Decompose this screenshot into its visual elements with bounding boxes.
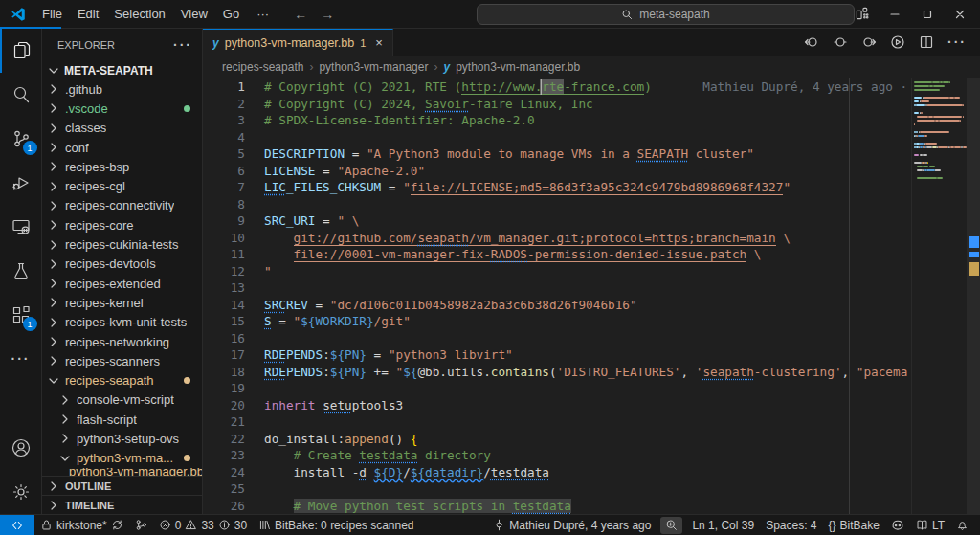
code-line-22[interactable]: 22do_install:append() {	[203, 431, 980, 448]
tree-item-python3-vm-ma[interactable]: python3-vm-ma...	[42, 449, 202, 468]
breadcrumb-python3-vm-manager-bb[interactable]: python3-vm-manager.bb	[456, 60, 580, 74]
editor-scrollbar[interactable]	[967, 78, 980, 514]
breadcrumb-python3-vm-manager[interactable]: python3-vm-manager	[319, 60, 428, 74]
code-line-26[interactable]: 26 # Move python test scripts in testdat…	[203, 498, 980, 515]
menu-more-button[interactable]: ···	[249, 4, 277, 24]
next-change-button[interactable]	[861, 34, 877, 50]
code-line-3[interactable]: 3# SPDX-License-Identifier: Apache-2.0	[203, 112, 980, 129]
nav-forward-button[interactable]: →	[321, 7, 334, 22]
code-line-9[interactable]: 9SRC_URI = " \	[203, 212, 980, 230]
close-tab-button[interactable]: ×	[375, 35, 383, 50]
tree-item-console-vm-script[interactable]: console-vm-script	[42, 390, 202, 410]
activity-testing-button[interactable]	[0, 249, 42, 293]
remote-indicator[interactable]	[0, 515, 34, 535]
menu-go[interactable]: Go	[215, 4, 247, 24]
activity-remote-explorer-button[interactable]	[0, 205, 42, 249]
tree-item-python3-vm-manager-bb[interactable]: python3-vm-manager.bb	[42, 468, 202, 476]
tree-item-conf[interactable]: conf	[42, 138, 202, 157]
timeline-panel-header[interactable]: TIMELINE	[42, 495, 202, 514]
code-line-25[interactable]: 25	[203, 480, 980, 498]
code-line-16[interactable]: 16	[203, 330, 980, 347]
tree-item-recipes-kernel[interactable]: recipes-kernel	[42, 293, 202, 312]
tree-item-recipes-seapath[interactable]: recipes-seapath	[42, 370, 202, 390]
tree-item-recipes-core[interactable]: recipes-core	[42, 215, 202, 234]
tab-python3-vm-manager[interactable]: y python3-vm-manager.bb 1 ×	[203, 29, 393, 56]
tree-item-recipes-kvm-unit-tests[interactable]: recipes-kvm-unit-tests	[42, 313, 202, 332]
code-line-14[interactable]: 14SRCREV = "dc7d106c011b0458982a2ba3c6b3…	[203, 297, 980, 314]
code-line-1[interactable]: 1# Copyright (C) 2021, RTE (http://www.r…	[203, 78, 980, 96]
code-line-12[interactable]: 12"	[203, 263, 980, 280]
copilot-status-button[interactable]	[885, 515, 910, 535]
breadcrumb-recipes-seapath[interactable]: recipes-seapath	[222, 60, 303, 74]
tree-item-recipes-scanners[interactable]: recipes-scanners	[42, 351, 202, 370]
code-line-11[interactable]: 11 file://0001-vm-manager-fix-RADOS-perm…	[203, 246, 980, 263]
git-blame-status[interactable]: Mathieu Dupré, 4 years ago	[487, 515, 657, 535]
language-mode-status[interactable]: {} BitBake	[823, 515, 885, 535]
code-line-13[interactable]: 13	[203, 279, 980, 297]
code-line-8[interactable]: 8	[203, 196, 980, 213]
code-line-23[interactable]: 23 # Create testdata directory	[203, 447, 980, 464]
activity-more-button[interactable]: ···	[0, 337, 42, 381]
languagetool-status[interactable]: LT	[910, 515, 950, 535]
tree-item-vscode[interactable]: .vscode	[42, 99, 202, 118]
split-editor-button[interactable]	[919, 34, 934, 50]
indentation-status[interactable]: Spaces: 4	[760, 515, 822, 535]
tree-item-flash-script[interactable]: flash-script	[42, 410, 202, 429]
outline-panel-header[interactable]: OUTLINE	[42, 476, 202, 495]
bitbake-status[interactable]: BitBake: 0 recipes scanned	[253, 515, 419, 535]
menu-selection[interactable]: Selection	[106, 4, 172, 24]
tree-item-recipes-bsp[interactable]: recipes-bsp	[42, 157, 202, 176]
code-line-17[interactable]: 17RDEPENDS:${PN} = "python3 libvirt"	[203, 346, 980, 364]
activity-source-control-button[interactable]: 1	[0, 117, 42, 161]
tree-item-recipes-connectivity[interactable]: recipes-connectivity	[42, 196, 202, 215]
tree-item-recipes-cgl[interactable]: recipes-cgl	[42, 176, 202, 195]
more-editor-actions-button[interactable]: ···	[947, 34, 967, 50]
cursor-position-status[interactable]: Ln 1, Col 39	[686, 515, 760, 535]
tree-item-recipes-cukinia-tests[interactable]: recipes-cukinia-tests	[42, 234, 202, 254]
code-line-21[interactable]: 21	[203, 413, 980, 431]
tree-item-github[interactable]: .github	[42, 79, 202, 99]
menu-file[interactable]: File	[34, 4, 70, 24]
restore-button[interactable]	[915, 3, 940, 26]
problems-indicator[interactable]: 0 33 30	[153, 515, 253, 535]
tree-item-recipes-networking[interactable]: recipes-networking	[42, 332, 202, 351]
previous-change-button[interactable]	[804, 34, 819, 50]
code-line-19[interactable]: 19	[203, 380, 980, 397]
branch-indicator[interactable]: kirkstone*	[34, 515, 129, 535]
activity-run-debug-button[interactable]	[0, 161, 42, 205]
run-button[interactable]	[890, 34, 905, 50]
minimap[interactable]	[911, 78, 967, 514]
code-line-2[interactable]: 2# Copyright (C) 2024, Savoir-faire Linu…	[203, 96, 980, 113]
code-line-15[interactable]: 15S = "${WORKDIR}/git"	[203, 313, 980, 330]
tree-item-classes[interactable]: classes	[42, 119, 202, 138]
accounts-button[interactable]	[0, 426, 42, 470]
tree-item-recipes-extended[interactable]: recipes-extended	[42, 274, 202, 293]
code-line-7[interactable]: 7LIC_FILES_CHKSUM = "file://LICENSE;md5=…	[203, 179, 980, 196]
tree-item-python3-setup-ovs[interactable]: python3-setup-ovs	[42, 429, 202, 448]
menu-edit[interactable]: Edit	[70, 4, 106, 24]
activity-explorer-button[interactable]	[0, 29, 42, 73]
command-center-search[interactable]: meta-seapath	[477, 4, 855, 25]
code-line-10[interactable]: 10 git://github.com/seapath/vm_manager.g…	[203, 230, 980, 247]
tree-item-recipes-devtools[interactable]: recipes-devtools	[42, 255, 202, 274]
explorer-more-actions-button[interactable]: ···	[173, 37, 192, 53]
code-line-6[interactable]: 6LICENSE = "Apache-2.0"	[203, 163, 980, 180]
activity-extensions-button[interactable]: 1	[0, 293, 42, 337]
notifications-button[interactable]	[950, 515, 974, 535]
code-line-20[interactable]: 20inherit setuptools3	[203, 397, 980, 414]
tree-root-folder[interactable]: META-SEAPATH	[42, 61, 202, 79]
nav-back-button[interactable]: ←	[294, 7, 307, 22]
zoom-status-button[interactable]	[660, 517, 682, 534]
code-editor[interactable]: 1# Copyright (C) 2021, RTE (http://www.r…	[203, 78, 980, 514]
code-line-5[interactable]: 5DESCRIPTION = "A Python3 module to mana…	[203, 145, 980, 163]
code-line-24[interactable]: 24 install -d ${D}/${datadir}/testdata	[203, 464, 980, 481]
compare-changes-button[interactable]	[833, 34, 848, 50]
minimize-button[interactable]	[882, 3, 907, 26]
activity-search-button[interactable]	[0, 73, 42, 117]
settings-button[interactable]	[0, 470, 42, 514]
menu-view[interactable]: View	[173, 4, 215, 24]
code-line-4[interactable]: 4	[203, 129, 980, 146]
git-graph-button[interactable]	[129, 515, 153, 535]
close-window-button[interactable]	[947, 3, 972, 26]
code-line-18[interactable]: 18RDEPENDS:${PN} += "${@bb.utils.contain…	[203, 364, 980, 381]
